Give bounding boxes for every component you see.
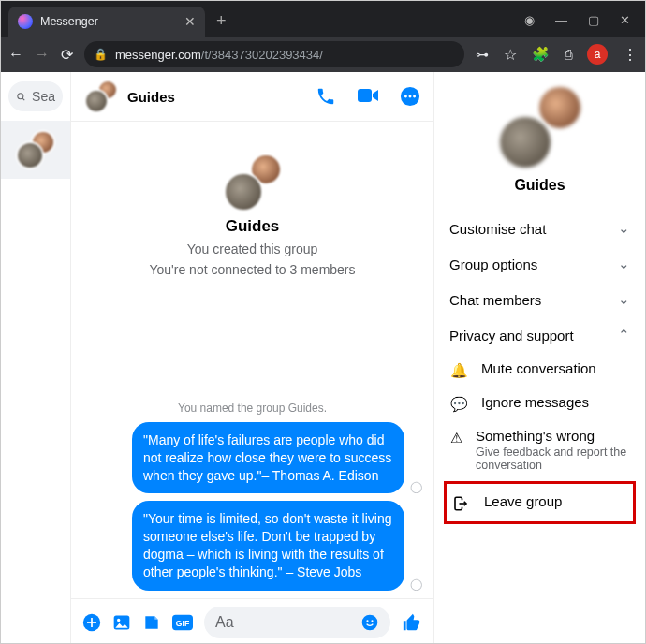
browser-address-bar: ← → ⟳ 🔒 messenger.com/t/3843730202393434… xyxy=(1,37,645,72)
svg-point-11 xyxy=(117,618,120,621)
record-icon[interactable]: ◉ xyxy=(524,13,535,27)
svg-point-4 xyxy=(404,95,407,98)
sticker-icon[interactable] xyxy=(142,613,161,632)
svg-text:GIF: GIF xyxy=(176,618,189,627)
svg-rect-9 xyxy=(87,622,96,623)
svg-line-1 xyxy=(22,98,24,100)
sent-check-icon: ◯ xyxy=(410,480,422,493)
system-notice: You named the group Guides. xyxy=(178,402,327,415)
message-bubble[interactable]: "Many of life's failures are people who … xyxy=(132,422,404,494)
key-icon[interactable]: ⊶ xyxy=(476,47,489,62)
url-box[interactable]: 🔒 messenger.com/t/3843730202393434/ xyxy=(84,41,464,67)
message-input[interactable]: Aa xyxy=(204,607,390,638)
section-customise-chat[interactable]: Customise chat ⌄ xyxy=(444,211,636,246)
chat-column: Guides Guides You created this group You… xyxy=(71,72,434,644)
section-privacy-support[interactable]: Privacy and support ⌃ xyxy=(444,317,636,353)
url-text: messenger.com/t/3843730202393434/ xyxy=(115,48,323,62)
section-chat-members[interactable]: Chat members ⌄ xyxy=(444,282,636,317)
svg-point-15 xyxy=(366,620,368,622)
created-text: You created this group xyxy=(187,242,318,256)
tab-title: Messenger xyxy=(40,15,98,28)
chevron-down-icon: ⌄ xyxy=(618,291,630,308)
lock-icon: 🔒 xyxy=(94,48,108,61)
search-icon xyxy=(16,90,26,104)
video-icon[interactable] xyxy=(357,86,379,107)
window-controls: ◉ ― ▢ ✕ xyxy=(524,13,645,37)
svg-point-0 xyxy=(18,93,23,98)
conversation-item[interactable] xyxy=(1,121,70,179)
browser-tab[interactable]: Messenger ✕ xyxy=(8,7,205,37)
message-row: "Your time is limited, so don't waste it… xyxy=(132,501,422,591)
ignore-icon: 💬 xyxy=(449,396,468,413)
leave-group-highlight: Leave group xyxy=(444,481,636,524)
composer: GIF Aa xyxy=(71,598,433,644)
gif-icon[interactable]: GIF xyxy=(172,614,193,631)
svg-point-16 xyxy=(371,620,373,622)
extensions-icon[interactable]: 🧩 xyxy=(532,46,550,63)
leave-group[interactable]: Leave group xyxy=(447,486,633,520)
kebab-menu-icon[interactable]: ⋮ xyxy=(623,46,638,64)
section-group-options[interactable]: Group options ⌄ xyxy=(444,246,636,282)
maximize-icon[interactable]: ▢ xyxy=(588,13,599,27)
profile-avatar[interactable]: a xyxy=(587,44,608,65)
browser-titlebar: Messenger ✕ + ◉ ― ▢ ✕ xyxy=(1,1,645,37)
message-bubble[interactable]: "Your time is limited, so don't waste it… xyxy=(132,501,404,591)
close-tab-icon[interactable]: ✕ xyxy=(184,14,196,29)
bell-icon: 🔔 xyxy=(449,362,468,379)
search-input[interactable]: Sea xyxy=(8,81,63,111)
details-panel: Guides Customise chat ⌄ Group options ⌄ … xyxy=(434,72,645,644)
group-avatar xyxy=(16,130,55,169)
minimize-icon[interactable]: ― xyxy=(555,13,567,27)
panel-title: Guides xyxy=(514,177,565,194)
message-row: "Many of life's failures are people who … xyxy=(132,422,422,494)
ignore-messages[interactable]: 💬 Ignore messages xyxy=(444,387,636,420)
close-window-icon[interactable]: ✕ xyxy=(620,13,630,27)
sent-check-icon: ◯ xyxy=(410,578,422,591)
conversation-sidebar: Sea xyxy=(1,72,71,644)
warning-icon: ⚠ xyxy=(449,430,462,446)
add-icon[interactable] xyxy=(82,613,101,632)
not-connected-text: You're not connected to 3 members xyxy=(149,262,355,277)
more-icon[interactable] xyxy=(400,86,420,107)
chevron-down-icon: ⌄ xyxy=(618,220,630,237)
group-name: Guides xyxy=(226,217,280,236)
leave-icon xyxy=(452,495,471,512)
chat-body: Guides You created this group You're not… xyxy=(71,122,433,598)
like-icon[interactable] xyxy=(402,612,422,633)
chevron-down-icon: ⌄ xyxy=(618,256,630,272)
chat-header: Guides xyxy=(71,72,433,122)
svg-point-5 xyxy=(409,95,412,98)
group-avatar-xl xyxy=(498,85,582,169)
chevron-up-icon: ⌃ xyxy=(618,327,630,344)
mute-conversation[interactable]: 🔔 Mute conversation xyxy=(444,353,636,387)
group-avatar-large xyxy=(224,154,282,212)
svg-point-14 xyxy=(362,614,378,630)
cast-icon[interactable]: ⎙ xyxy=(565,47,572,62)
reload-icon[interactable]: ⟳ xyxy=(61,46,73,64)
somethings-wrong[interactable]: ⚠ Something's wrong Give feedback and re… xyxy=(444,420,636,479)
messenger-favicon xyxy=(18,14,33,29)
svg-point-6 xyxy=(413,95,416,98)
star-icon[interactable]: ☆ xyxy=(504,46,517,64)
emoji-icon[interactable] xyxy=(360,613,379,632)
message-placeholder: Aa xyxy=(215,614,234,631)
chat-title: Guides xyxy=(127,89,175,105)
group-avatar xyxy=(84,80,118,113)
forward-icon[interactable]: → xyxy=(35,46,50,63)
new-tab-button[interactable]: + xyxy=(216,11,227,31)
call-icon[interactable] xyxy=(316,86,336,107)
back-icon[interactable]: ← xyxy=(8,46,23,63)
search-placeholder: Sea xyxy=(32,89,55,104)
svg-rect-2 xyxy=(358,89,372,102)
image-icon[interactable] xyxy=(112,613,131,632)
